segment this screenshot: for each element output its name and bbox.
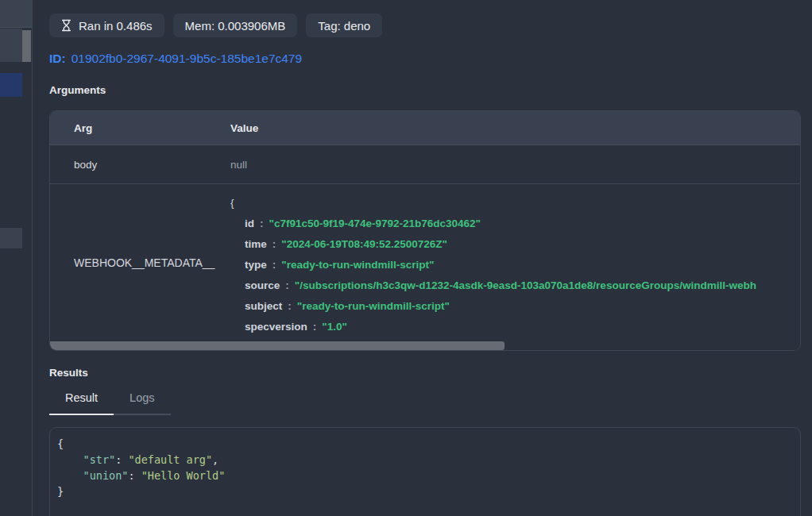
table-horizontal-scrollbar [50, 341, 800, 350]
results-tabs: Result Logs [49, 389, 801, 415]
memory-badge-label: Mem: 0.003906MB [185, 19, 286, 33]
table-scrollbar-thumb[interactable] [50, 341, 505, 350]
arguments-title: Arguments [49, 84, 801, 96]
side-panel-item[interactable] [0, 29, 22, 62]
json-entry-time: time:"2024-06-19T08:49:52.2500726Z" [230, 234, 800, 255]
tag-badge-label: Tag: deno [318, 19, 370, 33]
arg-value-null: null [230, 159, 247, 171]
run-id-prefix: ID: [49, 52, 66, 66]
col-header-value: Value [230, 122, 258, 134]
duration-badge: Ran in 0.486s [49, 13, 164, 37]
arg-name-metadata: WEBHOOK__METADATA__ [74, 256, 215, 269]
metadata-json-viewer: { id:"c7f91c50-9f19-474e-9792-21b76dc304… [230, 184, 800, 341]
side-panel-item[interactable] [0, 228, 22, 248]
arg-name-body: body [74, 159, 97, 171]
json-entry-source: source:"/subscriptions/h3c3qw-d1232-4asd… [230, 275, 800, 296]
side-panel-scrollbar-thumb[interactable] [22, 30, 31, 62]
tag-badge: Tag: deno [306, 13, 382, 37]
json-open-brace: { [230, 197, 234, 209]
tab-result[interactable]: Result [49, 389, 114, 415]
table-row-webhook-metadata: WEBHOOK__METADATA__ { id:"c7f91c50-9f19-… [50, 184, 800, 341]
result-json-panel: { "str": "default arg", "union": "Hello … [49, 427, 801, 516]
json-entry-id: id:"c7f91c50-9f19-474e-9792-21b76dc30462… [230, 214, 800, 234]
duration-badge-label: Ran in 0.486s [79, 19, 153, 33]
run-id-line: ID: 01902fb0-2967-4091-9b5c-185be1e7c479 [49, 51, 801, 66]
arguments-table: Arg Value body null WEBHOOK__METADATA__ … [49, 110, 801, 351]
run-id-value[interactable]: 01902fb0-2967-4091-9b5c-185be1e7c479 [72, 52, 302, 66]
tab-logs[interactable]: Logs [114, 389, 170, 415]
run-badges-row: Ran in 0.486s Mem: 0.003906MB Tag: deno [49, 13, 801, 37]
table-row-body: body null [50, 145, 800, 184]
json-entry-subject: subject:"ready-to-run-windmill-script" [230, 296, 800, 317]
result-line-str: "str": "default arg", [57, 452, 800, 468]
side-panel-strip [0, 0, 33, 516]
json-entry-specversion: specversion:"1.0" [230, 317, 800, 337]
run-detail-main: Ran in 0.486s Mem: 0.003906MB Tag: deno … [33, 0, 812, 516]
results-title: Results [49, 367, 801, 379]
memory-badge: Mem: 0.003906MB [173, 13, 298, 37]
side-panel-item-selected[interactable] [0, 73, 22, 97]
side-panel-header-block [0, 0, 32, 28]
hourglass-icon [61, 19, 72, 32]
result-close-brace: } [57, 485, 64, 498]
col-header-arg: Arg [74, 122, 92, 134]
arguments-table-header: Arg Value [50, 111, 800, 145]
result-open-brace: { [57, 437, 64, 450]
json-entry-type: type:"ready-to-run-windmill-script" [230, 255, 800, 275]
result-line-union: "union": "Hello World" [57, 468, 800, 483]
